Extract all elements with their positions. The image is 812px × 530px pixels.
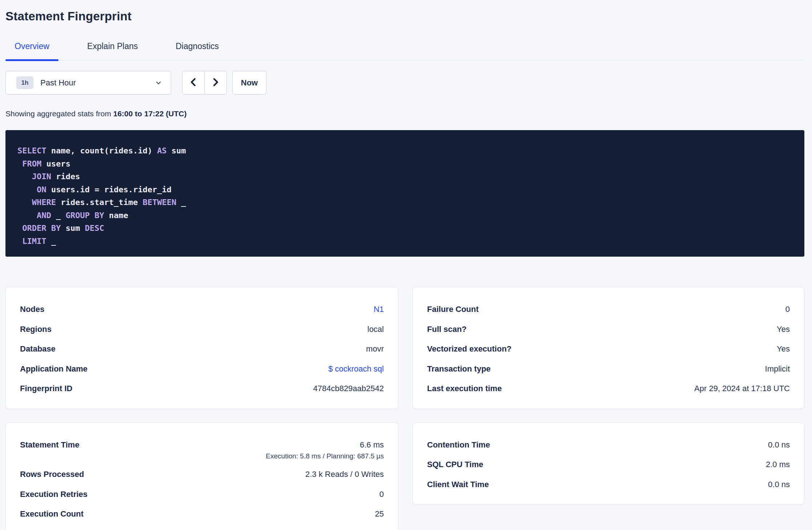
stat-value-link[interactable]: $ cockroach sql xyxy=(328,364,384,374)
stat-value: 0 xyxy=(785,304,790,314)
stat-value: movr xyxy=(366,344,384,354)
stat-label: Vectorized execution? xyxy=(427,344,511,354)
stat-value: 6.6 ms xyxy=(360,440,384,450)
stat-row: Regionslocal xyxy=(20,324,384,334)
stat-label: Contention Time xyxy=(427,440,490,450)
stat-row: Databasemovr xyxy=(20,344,384,354)
stat-row: Contention Time0.0 ns xyxy=(427,440,790,450)
sql-line: JOIN rides xyxy=(17,170,793,183)
stat-value: 0.0 ns xyxy=(768,440,790,450)
aggregated-stats-caption: Showing aggregated stats from 16:00 to 1… xyxy=(5,109,804,118)
sql-line: FROM users xyxy=(17,157,793,170)
stat-value: 2.0 ms xyxy=(766,459,790,469)
stat-label: Execution Retries xyxy=(20,489,88,499)
stat-row: Rows Processed2.3 k Reads / 0 Writes xyxy=(20,469,384,479)
page-title: Statement Fingerprint xyxy=(5,0,804,23)
statement-details-card: NodesN1RegionslocalDatabasemovrApplicati… xyxy=(5,287,398,409)
stat-value: Yes xyxy=(777,344,790,354)
time-step-buttons xyxy=(182,71,227,95)
stat-subvalue: Execution: 5.8 ms / Planning: 687.5 µs xyxy=(20,452,384,461)
stat-label: Execution Count xyxy=(20,509,84,519)
stat-row: Failure Count0 xyxy=(427,304,790,314)
stat-label: Application Name xyxy=(20,364,88,374)
stat-label: Nodes xyxy=(20,304,44,314)
stat-value: 0 xyxy=(379,489,384,499)
aggregated-stats-range: 16:00 to 17:22 (UTC) xyxy=(113,109,187,118)
time-range-dropdown[interactable]: 1h Past Hour xyxy=(5,71,171,95)
chevron-down-icon xyxy=(155,79,162,87)
previous-interval-button[interactable] xyxy=(182,71,205,94)
tab-bar: Overview Explain Plans Diagnostics xyxy=(5,38,804,60)
stat-row: Client Wait Time0.0 ns xyxy=(427,479,790,489)
stat-label: Rows Processed xyxy=(20,469,84,479)
chevron-left-icon xyxy=(189,77,198,89)
sql-line: ORDER BY sum DESC xyxy=(17,222,793,235)
stat-label: Statement Time xyxy=(20,440,79,450)
stat-row: Vectorized execution?Yes xyxy=(427,344,790,354)
tab-diagnostics[interactable]: Diagnostics xyxy=(166,38,228,60)
stat-value: 25 xyxy=(375,509,384,519)
time-controls: 1h Past Hour Now xyxy=(5,71,804,95)
sql-line: LIMIT _ xyxy=(17,235,793,248)
statement-fingerprint-page: Statement Fingerprint Overview Explain P… xyxy=(0,0,812,530)
stat-value-link[interactable]: N1 xyxy=(374,304,384,314)
stat-value: Implicit xyxy=(765,364,790,374)
stat-value: 2.3 k Reads / 0 Writes xyxy=(305,469,384,479)
stat-label: SQL CPU Time xyxy=(427,459,483,469)
stat-label: Database xyxy=(20,344,56,354)
stat-row: SQL CPU Time2.0 ms xyxy=(427,459,790,469)
stat-row: Execution Retries0 xyxy=(20,489,384,499)
stat-value: 0.0 ns xyxy=(768,479,790,489)
time-range-label: Past Hour xyxy=(40,78,76,88)
aggregated-stats-prefix: Showing aggregated stats from xyxy=(5,109,113,118)
stat-label: Client Wait Time xyxy=(427,479,489,489)
now-button[interactable]: Now xyxy=(232,71,266,95)
stat-value: local xyxy=(367,324,384,334)
stat-label: Regions xyxy=(20,324,52,334)
stat-label: Full scan? xyxy=(427,324,467,334)
stat-row: Fingerprint ID4784cb829aab2542 xyxy=(20,384,384,393)
stat-row: Transaction typeImplicit xyxy=(427,364,790,374)
time-range-badge: 1h xyxy=(16,76,33,89)
stat-label: Failure Count xyxy=(427,304,479,314)
stat-row: Last execution timeApr 29, 2024 at 17:18… xyxy=(427,384,790,393)
stat-row: Full scan?Yes xyxy=(427,324,790,334)
sql-statement-box: SELECT name, count(rides.id) AS sum FROM… xyxy=(5,130,804,257)
sql-line: SELECT name, count(rides.id) AS sum xyxy=(17,144,793,157)
stat-row: Statement Time6.6 ms xyxy=(20,440,384,450)
sql-line: ON users.id = rides.rider_id xyxy=(17,183,793,196)
execution-attributes-card: Failure Count0Full scan?YesVectorized ex… xyxy=(413,287,804,409)
sql-line: WHERE rides.start_time BETWEEN _ xyxy=(17,196,793,209)
stat-label: Fingerprint ID xyxy=(20,384,72,393)
stat-row: Execution Count25 xyxy=(20,509,384,519)
statement-timing-card: Statement Time6.6 msExecution: 5.8 ms / … xyxy=(5,422,398,530)
tab-explain-plans[interactable]: Explain Plans xyxy=(78,38,147,60)
stat-row: Application Name$ cockroach sql xyxy=(20,364,384,374)
next-interval-button[interactable] xyxy=(205,71,226,94)
stat-label: Last execution time xyxy=(427,384,502,393)
stat-value: Yes xyxy=(777,324,790,334)
sql-line: AND _ GROUP BY name xyxy=(17,209,793,222)
stat-value: 4784cb829aab2542 xyxy=(313,384,384,393)
wait-times-card: Contention Time0.0 nsSQL CPU Time2.0 msC… xyxy=(413,422,804,505)
tab-overview[interactable]: Overview xyxy=(5,38,59,60)
summary-cards: NodesN1RegionslocalDatabasemovrApplicati… xyxy=(5,287,804,530)
stat-row: NodesN1 xyxy=(20,304,384,314)
chevron-right-icon xyxy=(211,77,220,89)
stat-label: Transaction type xyxy=(427,364,491,374)
stat-value: Apr 29, 2024 at 17:18 UTC xyxy=(694,384,790,393)
